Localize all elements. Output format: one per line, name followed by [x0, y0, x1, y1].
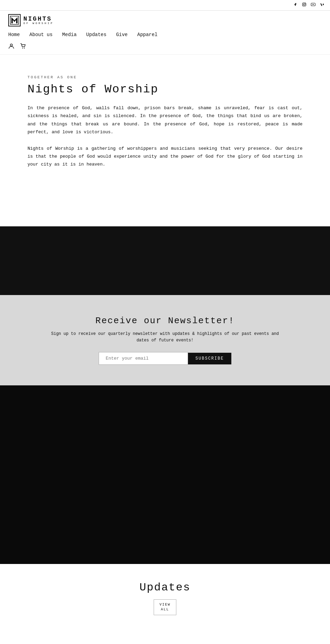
view-all-line1: VIEW	[160, 603, 170, 607]
cart-icon[interactable]	[20, 43, 26, 51]
main-nav: Home About us Media Updates Give Apparel	[8, 29, 322, 40]
nav-media[interactable]: Media	[62, 32, 77, 40]
svg-point-7	[10, 44, 12, 46]
subscribe-button[interactable]: SUBSCRIBE	[188, 353, 232, 364]
svg-point-2	[305, 3, 306, 3]
section-label: TOGETHER AS ONE	[28, 75, 302, 79]
logo-sub-name: OF WORSHIP	[23, 22, 54, 25]
nav-home[interactable]: Home	[8, 32, 20, 40]
newsletter-title: Receive our Newsletter!	[96, 316, 235, 326]
newsletter-section: Receive our Newsletter! Sign up to recei…	[0, 295, 330, 385]
body-paragraph-2: Nights of Worship is a gathering of wors…	[28, 145, 302, 169]
dark-section-1	[0, 226, 330, 295]
logo-area[interactable]: NIGHTS OF WORSHIP	[8, 14, 322, 29]
email-input[interactable]	[99, 352, 188, 365]
svg-marker-6	[11, 17, 18, 23]
logo-text: NIGHTS OF WORSHIP	[23, 16, 54, 25]
dark-section-2	[0, 385, 330, 564]
svg-marker-4	[313, 4, 314, 5]
svg-point-9	[24, 48, 25, 48]
view-all-button[interactable]: VIEW ALL	[154, 599, 176, 615]
main-content: TOGETHER AS ONE Nights of Worship In the…	[0, 55, 330, 226]
instagram-icon[interactable]	[302, 2, 307, 8]
account-icon[interactable]	[8, 43, 14, 51]
newsletter-description: Sign up to receive our quarterly newslet…	[45, 331, 285, 344]
logo-main-name: NIGHTS	[23, 16, 54, 22]
facebook-icon[interactable]	[293, 2, 298, 8]
top-social-bar	[0, 0, 330, 11]
nav-give[interactable]: Give	[116, 32, 128, 40]
site-header: NIGHTS OF WORSHIP Home About us Media Up…	[0, 11, 330, 55]
vimeo-icon[interactable]	[320, 2, 324, 8]
view-all-line2: ALL	[161, 608, 169, 611]
nav-icons-row	[8, 40, 322, 54]
youtube-icon[interactable]	[311, 2, 316, 8]
svg-point-8	[22, 48, 23, 48]
body-paragraph-1: In the presence of God, walls fall down,…	[28, 104, 302, 136]
updates-title: Updates	[140, 581, 190, 594]
logo-box	[8, 14, 21, 26]
nav-updates[interactable]: Updates	[86, 32, 107, 40]
updates-section: Updates VIEW ALL	[0, 564, 330, 629]
page-title: Nights of Worship	[28, 83, 302, 96]
nav-about-us[interactable]: About us	[30, 32, 53, 40]
svg-point-1	[304, 4, 305, 5]
nav-apparel[interactable]: Apparel	[137, 32, 157, 40]
newsletter-form: SUBSCRIBE	[99, 352, 232, 365]
